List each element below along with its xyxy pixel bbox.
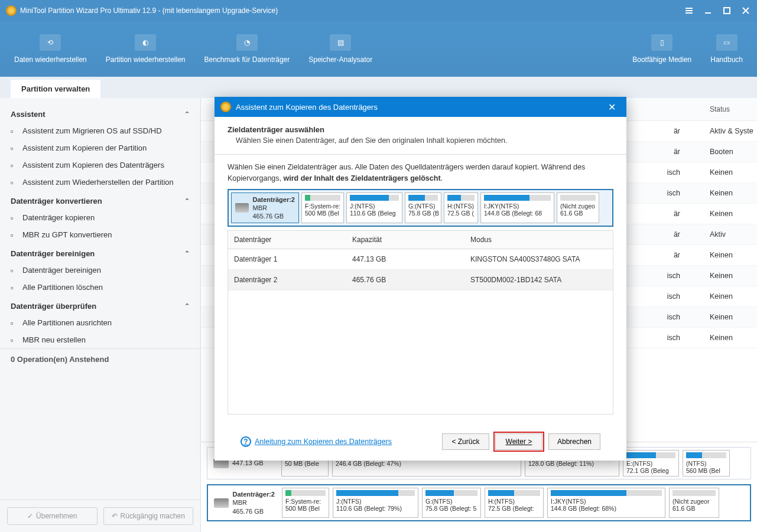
partition-cell[interactable]: F:System-re:500 MB (Bel — [301, 192, 344, 224]
modal-title-text: Assistent zum Kopieren des Datenträgers — [236, 103, 378, 112]
toolbar-recover-data[interactable]: ⟲Daten wiederherstellen — [5, 27, 96, 71]
sidebar: Assistent⌃▫Assistent zum Migrieren OS au… — [0, 98, 201, 532]
chevron-up-icon: ⌃ — [184, 197, 190, 205]
partition-cell[interactable]: (Nicht zugeor61.6 GB — [669, 488, 719, 518]
book-icon: ▭ — [716, 34, 737, 51]
partition-cell[interactable]: J:(NTFS)110.6 GB (Beleg — [346, 192, 402, 224]
item-icon: ▫ — [11, 336, 19, 344]
recover-partition-icon: ◐ — [135, 34, 156, 51]
apply-button[interactable]: ✓ Übernehmen — [7, 507, 98, 525]
pending-operations: 0 Operation(en) Anstehend — [0, 348, 200, 370]
partition-cell[interactable]: G:(NTFS)75.8 GB (Belegt: 5 — [422, 488, 481, 518]
next-button[interactable]: Weiter > — [495, 433, 542, 450]
modal-subheading: Wählen Sie einen Datenträger, auf den Si… — [236, 136, 613, 145]
item-icon: ▫ — [11, 178, 19, 187]
sidebar-section-head[interactable]: Datenträger bereinigen⌃ — [0, 243, 200, 262]
sidebar-item[interactable]: ▫MBR neu erstellen — [0, 331, 200, 348]
modal-heading: Zieldatenträger auswählen — [228, 125, 613, 134]
toolbar-space-analyzer[interactable]: ▤Speicher-Analysator — [299, 27, 382, 71]
window-title: MiniTool Partition Wizard Pro Ultimativ … — [20, 6, 278, 15]
chevron-up-icon: ⌃ — [184, 302, 190, 310]
sidebar-item[interactable]: ▫Assistent zum Migrieren OS auf SSD/HD — [0, 122, 200, 139]
copy-disk-wizard-modal: Assistent zum Kopieren des Datenträgers … — [215, 97, 626, 461]
titlebar: MiniTool Partition Wizard Pro Ultimativ … — [0, 0, 757, 21]
partition-cell[interactable]: E:(NTFS)72.1 GB (Beleg — [623, 450, 679, 476]
modal-logo-icon — [220, 102, 231, 112]
disk-table-row[interactable]: Datenträger 1447.13 GBKINGSTON SA400S374… — [228, 249, 613, 270]
sidebar-section-head[interactable]: Datenträger konvertieren⌃ — [0, 191, 200, 209]
item-icon: ▫ — [11, 231, 19, 239]
item-icon: ▫ — [11, 214, 19, 222]
partition-cell[interactable]: (Nicht zugeo61.6 GB — [557, 192, 599, 224]
th-disk: Datenträger — [228, 231, 346, 249]
modal-titlebar: Assistent zum Kopieren des Datenträgers … — [215, 97, 626, 117]
sidebar-item[interactable]: ▫Alle Partitionen löschen — [0, 279, 200, 296]
main-toolbar: ⟲Daten wiederherstellen ◐Partition wiede… — [0, 21, 757, 77]
item-icon: ▫ — [11, 283, 19, 292]
maximize-button[interactable] — [722, 5, 732, 16]
svg-rect-4 — [724, 8, 730, 14]
sidebar-item[interactable]: ▫Alle Partitionen ausrichten — [0, 314, 200, 331]
sidebar-item[interactable]: ▫Assistent zum Kopieren des Datenträgers — [0, 156, 200, 174]
back-button[interactable]: < Zurück — [442, 433, 489, 450]
toolbar-manual[interactable]: ▭Handbuch — [701, 27, 752, 71]
sidebar-section-head[interactable]: Assistent⌃ — [0, 104, 200, 122]
partition-cell[interactable]: G:(NTFS)75.8 GB (B — [405, 192, 441, 224]
target-disk-box[interactable]: Datenträger:2MBR465.76 GB F:System-re:50… — [228, 189, 613, 227]
chevron-up-icon: ⌃ — [184, 250, 190, 257]
sidebar-item[interactable]: ▫MBR zu GPT konvertieren — [0, 226, 200, 243]
toolbar-recover-partition[interactable]: ◐Partition wiederherstellen — [96, 27, 195, 71]
modal-close-button[interactable]: ✕ — [603, 102, 620, 113]
partition-cell[interactable]: I:JKY(NTFS)144.8 GB (Belegt: 68%) — [547, 488, 665, 518]
partition-cell[interactable]: H:(NTFS)72.5 GB ( — [444, 192, 478, 224]
toolbar-benchmark[interactable]: ◔Benchmark für Datenträger — [195, 27, 300, 71]
hdd-icon — [235, 203, 249, 213]
th-mode: Modus — [464, 231, 613, 249]
item-icon: ▫ — [11, 266, 19, 275]
undo-button[interactable]: ↶ Rückgängig machen — [103, 507, 194, 525]
help-link[interactable]: ? Anleitung zum Kopieren des Datenträger… — [241, 436, 392, 447]
toolbar-bootable-media[interactable]: ▯Bootfähige Medien — [623, 27, 701, 71]
col-status-header: Status — [704, 102, 757, 117]
modal-note: Wählen Sie einen Zieldatenträger aus. Al… — [228, 162, 613, 184]
close-button[interactable] — [740, 5, 751, 16]
app-logo-icon — [6, 5, 17, 16]
menu-icon[interactable] — [684, 5, 694, 16]
item-icon: ▫ — [11, 144, 19, 152]
sidebar-item[interactable]: ▫Datenträger bereinigen — [0, 262, 200, 279]
partition-cell[interactable]: (NTFS)560 MB (Bel — [683, 450, 730, 476]
item-icon: ▫ — [11, 319, 19, 327]
sidebar-section-head[interactable]: Datenträger überprüfen⌃ — [0, 296, 200, 314]
disk-row[interactable]: Datenträger:2MBR465.76 GB F:System-re:50… — [207, 484, 751, 521]
analyzer-icon: ▤ — [330, 34, 351, 51]
tab-strip: Partition verwalten — [0, 77, 757, 98]
th-capacity: Kapazität — [346, 231, 464, 249]
sidebar-item[interactable]: ▫Assistent zum Kopieren der Partition — [0, 139, 200, 156]
recover-data-icon: ⟲ — [40, 34, 61, 51]
benchmark-icon: ◔ — [236, 34, 258, 51]
disk-info: Datenträger:2MBR465.76 GB — [210, 488, 278, 518]
partition-cell[interactable]: J:(NTFS)110.6 GB (Belegt: 79%) — [333, 488, 418, 518]
disk-info: Datenträger:2MBR465.76 GB — [231, 192, 299, 224]
item-icon: ▫ — [11, 161, 19, 169]
minimize-button[interactable] — [703, 5, 713, 16]
item-icon: ▫ — [11, 127, 19, 135]
usb-icon: ▯ — [651, 34, 672, 51]
help-icon: ? — [241, 436, 251, 447]
sidebar-item[interactable]: ▫Datenträger kopieren — [0, 209, 200, 226]
partition-cell[interactable]: H:(NTFS)72.5 GB (Belegt: — [485, 488, 544, 518]
cancel-button[interactable]: Abbrechen — [548, 433, 600, 450]
hdd-icon — [214, 498, 229, 508]
tab-partition-manage[interactable]: Partition verwalten — [11, 80, 100, 98]
disk-table: Datenträger Kapazität Modus Datenträger … — [228, 230, 613, 414]
sidebar-item[interactable]: ▫Assistent zum Wiederherstellen der Part… — [0, 174, 200, 191]
partition-cell[interactable]: F:System-re:500 MB (Bel — [282, 488, 329, 518]
partition-cell[interactable]: I:JKY(NTFS)144.8 GB (Belegt: 68 — [480, 192, 554, 224]
chevron-up-icon: ⌃ — [184, 110, 190, 118]
disk-table-row[interactable]: Datenträger 2465.76 GBST500DM002-1BD142 … — [228, 270, 613, 291]
